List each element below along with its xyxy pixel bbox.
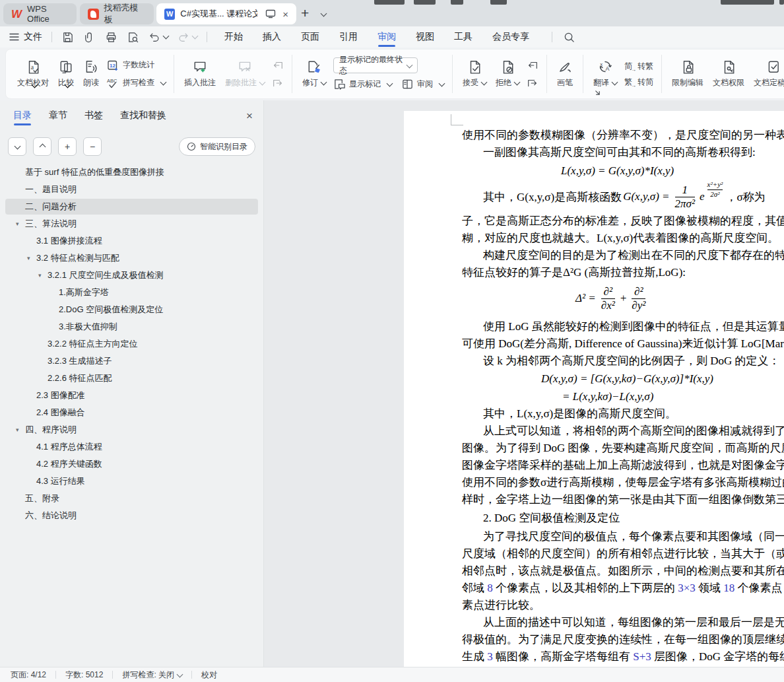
toc-item[interactable]: 2.3 图像配准 — [0, 387, 263, 404]
previous-change-icon[interactable] — [527, 59, 539, 71]
menu-tab-插入[interactable]: 插入 — [263, 26, 281, 48]
doc-line[interactable]: 其中，G(x,y,σ)是高斯核函数G(x,y,σ) =12πσ²ex²+y²2σ… — [462, 181, 784, 213]
doc-line[interactable]: Δ² =∂²∂x²+∂²∂y² — [462, 281, 784, 316]
spell-check-indicator[interactable]: 拼写检查: 关闭 — [122, 669, 182, 681]
toc-item[interactable]: ▾3.2.1 尺度空间生成及极值检测 — [0, 267, 263, 284]
toc-zoom-in-button[interactable]: + — [58, 137, 77, 156]
insert-comment-button[interactable]: 插入批注 — [180, 57, 220, 91]
toc-item[interactable]: 3.2.3 生成描述子 — [0, 353, 263, 370]
toc-zoom-out-button[interactable]: − — [83, 137, 102, 156]
compare-button[interactable]: 比较 — [53, 57, 79, 92]
toc-item[interactable]: ▾三、算法说明 — [0, 215, 263, 232]
doc-line[interactable]: 相邻点时，该点就是极值点。如图所示，中间的检测点要和其所在 — [462, 563, 784, 580]
toc-collapse-arrow-icon[interactable]: ▾ — [27, 255, 30, 261]
page-indicator[interactable]: 页面: 4/12 — [11, 669, 46, 681]
toc-item[interactable]: ▾四、程序说明 — [0, 421, 263, 438]
to-traditional-button[interactable]: 简→ 转繁 — [624, 61, 653, 72]
menu-tab-开始[interactable]: 开始 — [224, 26, 243, 48]
tab-wps-office[interactable]: W WPS Office — [3, 3, 77, 24]
doc-line[interactable]: 图像金字塔降采样的基础上加上高斯滤波得到，也就是对图像金字塔 — [462, 457, 784, 474]
undo-button[interactable] — [148, 31, 168, 43]
doc-line[interactable]: 生成 3 幅图像，高斯金字塔每组有 S+3 层图像，DoG 金字塔的每组 — [462, 648, 784, 665]
menu-tab-页面[interactable]: 页面 — [301, 26, 319, 48]
file-menu-button[interactable]: 文件 — [0, 26, 51, 48]
toc-item[interactable]: 1.高斯金字塔 — [0, 284, 263, 301]
doc-line[interactable]: 素点进行比较。 — [462, 597, 784, 614]
group-expander-icon[interactable] — [595, 90, 601, 96]
doc-line[interactable]: 使用不同的参数模糊图像（分辨率不变），是尺度空间的另一种表现 — [462, 127, 784, 144]
doc-line[interactable]: 从上面的描述中可以知道，每组图像的第一层和最后一层是无法 — [462, 614, 784, 631]
doc-line[interactable]: 一副图像其高斯尺度空间可由其和不同的高斯卷积得到: — [462, 144, 784, 161]
toc-item[interactable]: 二、问题分析 — [0, 198, 263, 215]
doc-line[interactable]: 特征点较好的算子是Δ²G (高斯拉普拉斯,LoG): — [462, 264, 784, 281]
doc-line[interactable]: = L(x,y,kσ)−L(x,y,σ) — [462, 388, 784, 405]
menu-tab-视图[interactable]: 视图 — [416, 26, 434, 48]
markup-state-select[interactable]: 显示标记的最终状态 — [333, 57, 418, 73]
session-monitor-icon[interactable] — [265, 9, 276, 18]
tab-list-chevron-icon[interactable] — [321, 11, 327, 17]
doc-line[interactable]: 2. DoG 空间极值检测及定位 — [462, 508, 784, 528]
doc-permission-button[interactable]: 文档权限 — [708, 57, 749, 91]
toc-item[interactable]: 一、题目说明 — [0, 181, 263, 198]
toc-item[interactable]: 五、附录 — [0, 490, 263, 507]
toc-item[interactable]: ▾3.2 特征点检测与匹配 — [0, 250, 263, 267]
sidebar-tab-书签[interactable]: 书签 — [84, 110, 103, 125]
restrict-edit-button[interactable]: 限制编辑 — [667, 57, 708, 91]
menu-tab-引用[interactable]: 引用 — [339, 26, 358, 48]
delete-comment-button[interactable]: 删除批注 — [220, 57, 269, 91]
doc-line[interactable]: D(x,y,σ) = [G(x,y,kσ)−G(x,y,σ)]*I(x,y) — [462, 370, 784, 388]
read-aloud-button[interactable]: 朗读 — [79, 57, 104, 91]
reject-button[interactable]: 拒绝 — [491, 57, 524, 91]
doc-line[interactable]: 使用 LoG 虽然能较好的检测到图像中的特征点，但是其运算量 — [462, 318, 784, 335]
redo-chevron-icon[interactable] — [192, 33, 199, 40]
sidebar-close-icon[interactable]: × — [246, 110, 253, 123]
next-change-icon[interactable] — [527, 77, 539, 89]
to-simplified-button[interactable]: 繁→ 转简 — [624, 77, 653, 88]
doc-line[interactable]: 尺度域（相邻的尺度空间）的所有相邻点进行比较，当其大于（或者 — [462, 545, 784, 563]
toc-item[interactable]: 六、结论说明 — [0, 507, 263, 524]
word-count-indicator[interactable]: 字数: 5012 — [65, 669, 103, 681]
doc-proof-button[interactable]: a 文档校对 — [13, 57, 53, 92]
tab-close-icon[interactable]: × — [282, 9, 288, 20]
toc-item[interactable]: 3.1 图像拼接流程 — [0, 232, 263, 250]
tab-document-active[interactable]: W C#实现基... 课程论文 × — [156, 3, 296, 24]
doc-line[interactable]: 子，它是高斯正态分布的标准差，反映了图像被模糊的程度，其值越 — [462, 213, 784, 230]
track-changes-button[interactable]: 修订 — [298, 57, 331, 91]
search-icon[interactable] — [563, 31, 575, 44]
menu-tab-会员专享[interactable]: 会员专享 — [492, 26, 529, 48]
toc-item[interactable]: 3.非极大值抑制 — [0, 318, 263, 335]
doc-line[interactable]: 图像。为了得到 DoG 图像，先要构建高斯尺度空间，而高斯的尺度 — [462, 440, 784, 457]
doc-line[interactable]: 糊，对应的尺度也就越大。L(x,y,σ)代表着图像的高斯尺度空间。 — [462, 230, 784, 247]
menu-tab-审阅[interactable]: 审阅 — [377, 26, 396, 48]
document-content[interactable]: 使用不同的参数模糊图像（分辨率不变），是尺度空间的另一种表现一副图像其高斯尺度空… — [462, 127, 784, 667]
doc-line[interactable]: 使用不同的参数σ进行高斯模糊，使每层金字塔有多张高斯模糊过的 — [462, 474, 784, 491]
previous-comment-icon[interactable] — [272, 59, 284, 71]
doc-line[interactable]: 为了寻找尺度空间的极值点，每个像素点要和其图像域（同一尺 — [462, 528, 784, 545]
show-markup-button[interactable]: 显示标记 — [333, 78, 392, 90]
export-pdf-button[interactable] — [83, 31, 96, 44]
accept-button[interactable]: 接受 — [458, 57, 491, 91]
print-button[interactable] — [105, 31, 117, 44]
doc-line[interactable]: 样时，金字塔上边一组图像的第一张是由其下面一组图像倒数第三张 — [462, 491, 784, 508]
toc-expand-button[interactable] — [33, 137, 51, 156]
toc-collapse-arrow-icon[interactable]: ▾ — [16, 426, 19, 433]
doc-line[interactable]: 可使用 DoG(差分高斯, Difference of Gaussina)来近似… — [462, 335, 784, 353]
doc-line[interactable]: 设 k 为相邻两个高斯尺度空间的比例因子，则 DoG 的定义： — [462, 353, 784, 370]
sidebar-tab-目录[interactable]: 目录 — [13, 110, 32, 125]
undo-chevron-icon[interactable] — [163, 33, 170, 40]
doc-line[interactable]: 构建尺度空间的目的是为了检测出在不同的尺度下都存在的特征 — [462, 247, 784, 264]
print-preview-button[interactable] — [127, 31, 139, 44]
save-button[interactable] — [61, 31, 74, 44]
toc-collapse-arrow-icon[interactable]: ▾ — [16, 221, 19, 227]
doc-line[interactable]: 得极值的。为了满足尺度变换的连续性，在每一组图像的顶层继续使 — [462, 631, 784, 648]
toc-item[interactable]: 4.1 程序总体流程 — [0, 438, 263, 456]
toc-item[interactable]: 3.2.2 特征点主方向定位 — [0, 335, 263, 353]
next-comment-icon[interactable] — [272, 77, 284, 89]
brush-button[interactable]: 画笔 — [552, 57, 577, 91]
toc-item[interactable]: 4.2 程序关键函数 — [0, 456, 263, 473]
toc-collapse-button[interactable] — [8, 137, 26, 156]
doc-line[interactable]: 其中，L(x,y,σ)是图像的高斯尺度空间。 — [462, 405, 784, 423]
sidebar-tab-查找和替换[interactable]: 查找和替换 — [120, 110, 166, 125]
doc-finalize-button[interactable]: 文档定稿 — [749, 57, 784, 91]
toc-item[interactable]: 2.4 图像融合 — [0, 404, 263, 421]
